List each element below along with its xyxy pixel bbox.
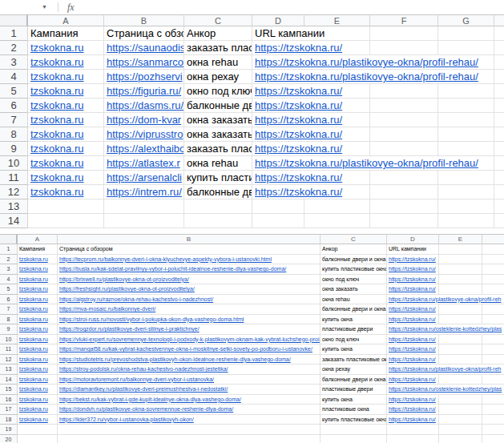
- cell-page-link[interactable]: https://algstroy.ru/raznoe/okna-rehau-ka…: [58, 295, 321, 305]
- cell-anchor[interactable]: окна рехау: [184, 70, 252, 84]
- cell-empty[interactable]: [439, 435, 482, 443]
- cell-empty[interactable]: [438, 142, 494, 156]
- cell-url[interactable]: https://tzskokna.ru/: [387, 264, 439, 275]
- cell-empty[interactable]: [439, 244, 482, 255]
- row-number[interactable]: 6: [0, 295, 18, 305]
- cell-empty[interactable]: [439, 415, 482, 425]
- cell-anchor[interactable]: окна rehau: [184, 55, 252, 70]
- cell-url[interactable]: https://tzskokna.ru/: [252, 113, 370, 127]
- cell-page-link[interactable]: https://alexthaibo: [104, 142, 184, 156]
- cell-campaign[interactable]: tzskokna.ru: [18, 355, 58, 365]
- cell-url[interactable]: https://tzskokna.ru/: [387, 355, 439, 365]
- cell-empty[interactable]: [482, 435, 504, 443]
- cell-header-d[interactable]: URL кампании: [252, 26, 370, 41]
- cell-page-link[interactable]: https://mva-mosaic.ru/balkonnye-dveri/: [58, 304, 321, 315]
- cell-campaign[interactable]: tzskokna.ru: [28, 55, 104, 70]
- row-number[interactable]: 5: [0, 84, 28, 99]
- cell-empty[interactable]: [438, 26, 494, 41]
- row-number[interactable]: 17: [0, 405, 18, 415]
- cell-empty[interactable]: [494, 156, 504, 171]
- cell-anchor[interactable]: пластиковые двери: [321, 385, 387, 395]
- cell-page-link[interactable]: https://motoravtoremont.ru/balkonnye-dve…: [58, 375, 321, 385]
- cell-campaign[interactable]: tzskokna.ru: [18, 315, 58, 325]
- cell-page-link[interactable]: https://mangal58.ru/kak-vybrat-kachestve…: [58, 344, 321, 355]
- cell-empty[interactable]: [370, 199, 438, 214]
- cell-anchor[interactable]: балконные двери и окна: [184, 185, 252, 199]
- row-number[interactable]: 13: [0, 364, 18, 375]
- cell-empty[interactable]: [370, 171, 438, 185]
- row-number[interactable]: 11: [0, 344, 18, 355]
- cell-empty[interactable]: [494, 41, 504, 55]
- cell-empty[interactable]: [439, 425, 482, 435]
- cell-empty[interactable]: [304, 214, 370, 228]
- cell-page-link[interactable]: https://pozhservi: [104, 70, 184, 84]
- column-header-B[interactable]: B: [58, 234, 321, 244]
- cell-empty[interactable]: [482, 244, 504, 255]
- column-header-C[interactable]: C: [321, 234, 387, 244]
- select-all-corner[interactable]: [0, 234, 18, 244]
- cell-empty[interactable]: [494, 113, 504, 127]
- column-header-D[interactable]: D: [387, 234, 439, 244]
- row-number[interactable]: 3: [0, 55, 28, 70]
- row-number[interactable]: 13: [0, 199, 28, 214]
- cell-empty[interactable]: [184, 214, 252, 228]
- cell-page-link[interactable]: https://dondvh.ru/plastikovye-okna-sovre…: [58, 405, 321, 415]
- cell-empty[interactable]: [438, 171, 494, 185]
- cell-page-link[interactable]: https://diamantkey.ru/plastikovye-dveri-…: [58, 385, 321, 395]
- cell-campaign[interactable]: tzskokna.ru: [28, 84, 104, 99]
- cell-empty[interactable]: [439, 264, 482, 275]
- cell-empty[interactable]: [28, 214, 104, 228]
- cell-anchor[interactable]: окна rehau: [184, 156, 252, 171]
- row-number[interactable]: 10: [0, 335, 18, 345]
- row-number[interactable]: 11: [0, 171, 28, 185]
- cell-url[interactable]: https://tzskokna.ru/: [387, 275, 439, 285]
- cell-anchor[interactable]: окна заказать: [321, 284, 387, 295]
- cell-campaign[interactable]: tzskokna.ru: [18, 375, 58, 385]
- cell-empty[interactable]: [482, 315, 504, 325]
- row-number[interactable]: 7: [0, 304, 18, 315]
- cell-anchor[interactable]: купить пластиковые окна: [321, 264, 387, 275]
- cell-campaign[interactable]: tzskokna.ru: [18, 385, 58, 395]
- row-number[interactable]: 14: [0, 375, 18, 385]
- cell-campaign[interactable]: tzskokna.ru: [18, 304, 58, 315]
- cell-empty[interactable]: [58, 435, 321, 443]
- cell-empty[interactable]: [439, 335, 482, 345]
- cell-empty[interactable]: [370, 26, 438, 41]
- cell-empty[interactable]: [482, 415, 504, 425]
- cell-campaign[interactable]: tzskokna.ru: [28, 185, 104, 199]
- cell-empty[interactable]: [439, 315, 482, 325]
- row-number[interactable]: 19: [0, 425, 18, 435]
- column-header-D[interactable]: D: [252, 14, 304, 26]
- column-header-F[interactable]: F: [370, 14, 438, 26]
- cell-empty[interactable]: [252, 214, 304, 228]
- cell-anchor[interactable]: купить окна: [321, 344, 387, 355]
- row-number[interactable]: 8: [0, 315, 18, 325]
- cell-page-link[interactable]: https://dom-kvar: [104, 113, 184, 127]
- cell-page-link[interactable]: https://stroy-podolsk.ru/okna-rehau-kach…: [58, 364, 321, 375]
- cell-campaign[interactable]: tzskokna.ru: [18, 284, 58, 295]
- cell-empty[interactable]: [494, 84, 504, 99]
- cell-header-c[interactable]: Анкор: [321, 244, 387, 255]
- name-box-dropdown-caret-icon[interactable]: ▼: [42, 0, 47, 14]
- column-header-G[interactable]: G: [438, 14, 494, 26]
- cell-anchor[interactable]: окна rehau: [321, 295, 387, 305]
- cell-page-link[interactable]: https://saunaodis: [104, 41, 184, 55]
- cell-empty[interactable]: [494, 99, 504, 113]
- cell-page-link[interactable]: https://studiotetris.ru/prevoshodstva-pl…: [58, 355, 321, 365]
- row-number[interactable]: 2: [0, 255, 18, 265]
- row-number[interactable]: 6: [0, 99, 28, 113]
- cell-page-link[interactable]: https://busla.ru/kak-sdelat-pravilnyy-vy…: [58, 264, 321, 275]
- cell-empty[interactable]: [482, 344, 504, 355]
- cell-campaign[interactable]: tzskokna.ru: [18, 395, 58, 405]
- cell-empty[interactable]: [438, 214, 494, 228]
- column-header-A[interactable]: A: [18, 234, 58, 244]
- cell-url[interactable]: https://tzskokna.ru/: [252, 99, 370, 113]
- cell-url[interactable]: https://tzskokna.ru/: [387, 284, 439, 295]
- cell-empty[interactable]: [370, 185, 438, 199]
- select-all-corner[interactable]: [0, 14, 28, 26]
- row-number[interactable]: 18: [0, 415, 18, 425]
- cell-url[interactable]: https://tzskokna.ru/: [387, 335, 439, 345]
- row-number[interactable]: 9: [0, 142, 28, 156]
- cell-empty[interactable]: [439, 255, 482, 265]
- cell-empty[interactable]: [370, 84, 438, 99]
